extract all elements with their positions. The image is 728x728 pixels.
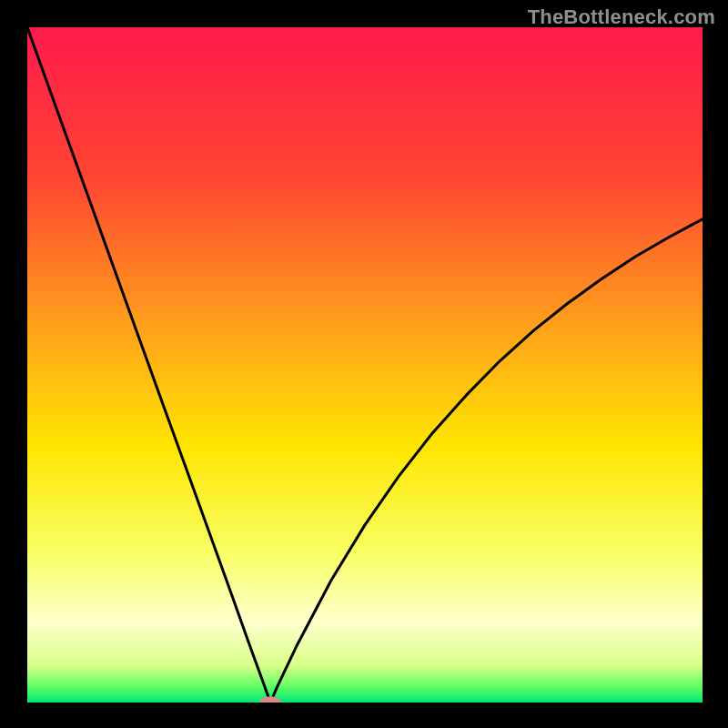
chart-frame: TheBottleneck.com [0, 0, 728, 728]
bottleneck-chart [27, 27, 703, 703]
gradient-background [27, 27, 703, 703]
watermark-label: TheBottleneck.com [528, 5, 715, 29]
plot-area [27, 27, 703, 703]
